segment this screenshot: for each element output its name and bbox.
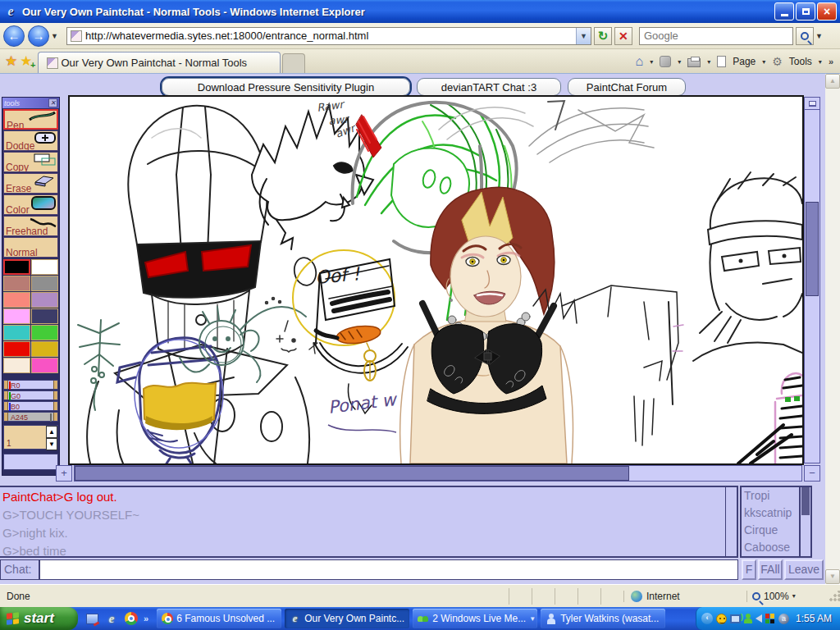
user-list-scrollbar[interactable]	[801, 486, 812, 558]
ie-quicklaunch-icon[interactable]: e	[104, 611, 119, 626]
network-tray-icon[interactable]	[730, 614, 741, 623]
search-options-dropdown[interactable]: ▼	[815, 32, 823, 40]
green-slider[interactable]: G0	[3, 390, 58, 400]
swatch[interactable]	[31, 325, 58, 340]
add-favorite-icon[interactable]: ★	[20, 52, 32, 70]
swatch[interactable]	[3, 292, 30, 308]
address-bar[interactable]: ▼	[66, 27, 591, 45]
red-slider[interactable]: R0	[3, 380, 58, 390]
page-menu[interactable]: Page	[733, 56, 756, 67]
print-dropdown[interactable]: ▾	[707, 58, 710, 66]
taskbar-window-tyler[interactable]: Tyler Watkins (wasat...	[541, 609, 665, 628]
tool-dodge[interactable]: Dodge	[3, 130, 58, 151]
taskbar-window-chrome[interactable]: 6 Famous Unsolved ...	[157, 609, 281, 628]
app-squares-tray-icon[interactable]	[765, 614, 775, 623]
chat-fall-button[interactable]: FAll	[758, 559, 783, 580]
refresh-button[interactable]: ↻	[594, 27, 612, 45]
canvas-panel-toggle-button[interactable]	[805, 98, 819, 110]
swatch[interactable]	[3, 276, 30, 291]
canvas-hscrollbar[interactable]	[74, 465, 802, 482]
history-dropdown[interactable]: ▼	[51, 32, 58, 40]
taskbar-window-paintchat[interactable]: e Our Very Own Paintc...	[285, 609, 409, 628]
search-input[interactable]	[640, 30, 792, 42]
favorites-star-icon[interactable]: ★	[5, 52, 17, 70]
minimize-button[interactable]	[774, 2, 794, 21]
volume-tray-icon[interactable]	[756, 614, 762, 623]
tool-normal[interactable]: Normal	[3, 237, 58, 258]
zoom-pane[interactable]: 100% ▾	[746, 591, 829, 602]
swatch[interactable]	[31, 358, 58, 373]
download-plugin-button[interactable]: Download Pressure Sensitivity Plugin	[162, 78, 410, 96]
deviantart-chat-button[interactable]: devianTART Chat :3	[417, 78, 561, 96]
scroll-up-button[interactable]: ▲	[825, 74, 840, 89]
canvas-hscroll-thumb[interactable]	[75, 466, 629, 481]
quick-launch-chevron[interactable]: »	[144, 614, 148, 623]
tab-paintchat[interactable]: Our Very Own Paintchat - Normal Tools	[38, 52, 281, 73]
ball-tray-icon[interactable]: a	[778, 614, 789, 624]
tool-erase[interactable]: Erase	[3, 173, 58, 194]
back-button[interactable]: ←	[3, 25, 25, 47]
forward-button[interactable]: →	[28, 25, 49, 47]
chat-input[interactable]	[39, 559, 738, 580]
swatch[interactable]	[31, 308, 58, 324]
tools-panel-close-icon[interactable]: ✕	[48, 98, 57, 107]
swatch[interactable]	[3, 325, 30, 340]
size-up-button[interactable]: ▲	[46, 426, 57, 438]
tool-pen[interactable]: Pen	[3, 109, 58, 130]
zoom-dropdown[interactable]: ▾	[792, 592, 796, 600]
page-dropdown[interactable]: ▾	[762, 58, 765, 66]
swatch[interactable]	[3, 308, 30, 324]
alpha-slider[interactable]: A245	[3, 412, 58, 422]
page-scrollbar[interactable]: ▲ ▼	[825, 74, 840, 584]
swatch[interactable]	[31, 341, 58, 357]
user-list-scroll-thumb[interactable]	[801, 487, 810, 515]
tool-color[interactable]: Color	[3, 194, 58, 215]
swatch[interactable]	[3, 341, 30, 357]
url-input[interactable]	[85, 29, 576, 43]
swatch[interactable]	[31, 259, 58, 275]
group-dropdown-icon[interactable]: ▼	[529, 615, 536, 623]
print-icon[interactable]	[687, 58, 701, 67]
show-desktop-icon[interactable]	[84, 611, 99, 626]
home-icon[interactable]: ⌂	[636, 54, 644, 69]
close-button[interactable]: ×	[817, 2, 837, 21]
home-dropdown[interactable]: ▾	[650, 58, 653, 66]
chat-f-button[interactable]: F	[742, 559, 756, 580]
tool-copy[interactable]: Copy	[3, 152, 58, 172]
leave-button[interactable]: Leave	[784, 559, 824, 580]
smiley-tray-icon[interactable]	[716, 614, 727, 624]
search-box[interactable]	[639, 27, 793, 45]
taskbar-window-messenger-group[interactable]: 2 Windows Live Me... ▼	[413, 609, 537, 628]
paintchat-forum-button[interactable]: PaintChat Forum	[568, 78, 686, 96]
canvas-vscroll-thumb[interactable]	[806, 202, 819, 296]
taskbar-clock[interactable]: 1:55 AM	[796, 613, 832, 624]
tool-freehand[interactable]: Freehand	[3, 216, 58, 236]
restore-button[interactable]	[796, 2, 815, 21]
swatch[interactable]	[31, 292, 58, 308]
swatch[interactable]	[3, 259, 30, 275]
swatch[interactable]	[3, 358, 30, 373]
url-dropdown[interactable]: ▼	[576, 28, 591, 44]
stop-button[interactable]: ✕	[614, 27, 632, 45]
search-go-button[interactable]	[796, 27, 814, 45]
size-down-button[interactable]: ▼	[46, 438, 57, 450]
start-button[interactable]: start	[0, 607, 78, 630]
messenger-status-tray-icon[interactable]	[744, 614, 752, 623]
toolbar-overflow-chevron[interactable]: »	[829, 57, 833, 66]
tray-collapse-chevron[interactable]: ‹	[701, 613, 713, 624]
tools-panel-titlebar[interactable]: tools ✕	[2, 98, 59, 108]
chrome-quicklaunch-icon[interactable]	[124, 611, 139, 626]
blue-slider[interactable]: B0	[3, 401, 58, 411]
drawing-canvas[interactable]: Rawr awr awr	[68, 95, 804, 465]
canvas-vscrollbar[interactable]	[804, 97, 820, 463]
tools-dropdown[interactable]: ▾	[819, 58, 822, 66]
chat-log-scrollbar[interactable]	[725, 486, 738, 558]
tools-menu[interactable]: Tools	[789, 56, 812, 67]
swatch[interactable]	[31, 276, 58, 291]
canvas-zoom-out-button[interactable]: −	[804, 465, 820, 482]
scroll-down-button[interactable]: ▼	[825, 569, 840, 584]
new-tab-stub[interactable]	[282, 53, 305, 73]
canvas-zoom-in-button[interactable]: +	[56, 465, 72, 482]
resize-grip[interactable]	[829, 591, 840, 602]
feeds-icon[interactable]	[660, 56, 671, 67]
